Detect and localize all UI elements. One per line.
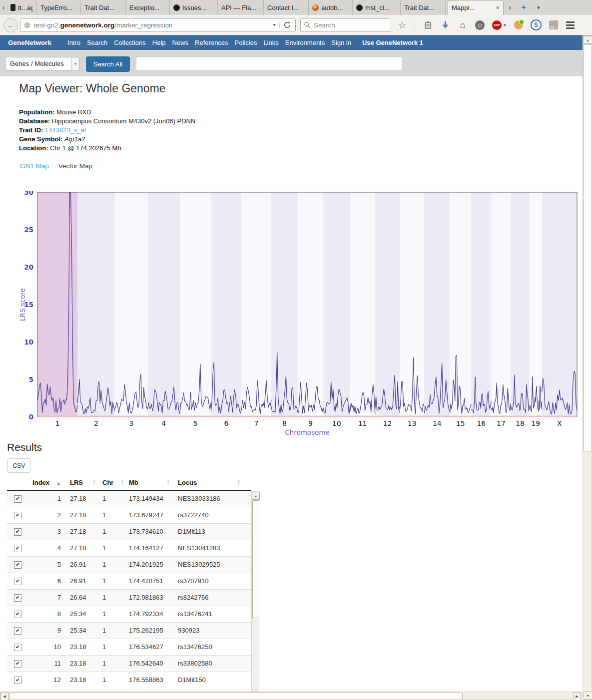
checkbox-cell[interactable]: ✔ [7, 540, 29, 556]
checkbox-cell[interactable]: ✔ [7, 573, 29, 589]
page-scroll-left-icon[interactable]: ◀ [0, 692, 8, 700]
row-checkbox[interactable]: ✔ [14, 578, 21, 585]
chat-icon[interactable]: ☺ [475, 20, 485, 30]
page-scrollbar-thumb[interactable] [584, 44, 592, 451]
row-checkbox[interactable]: ✔ [14, 528, 21, 536]
nav-item-news[interactable]: News [172, 39, 189, 46]
nav-item-policies[interactable]: Policies [235, 39, 257, 46]
nav-item-intro[interactable]: Intro [67, 39, 80, 46]
downloads-icon[interactable] [440, 20, 450, 30]
checkbox-cell[interactable]: ✔ [7, 639, 29, 655]
adblock-plus-icon[interactable]: ABP ▼ [492, 20, 507, 30]
tab-scroll-left-icon[interactable]: ‹ [0, 0, 7, 15]
browser-tab[interactable]: TypeErro... [37, 0, 81, 15]
checkbox-cell[interactable]: ✔ [7, 490, 29, 507]
trait-id-link[interactable]: 1443823_s_at [45, 126, 86, 134]
bookmarks-sidebar-icon[interactable] [423, 20, 433, 30]
browser-tab[interactable]: Trait Dat... [81, 0, 126, 15]
browser-tab[interactable]: mst_cl... [353, 0, 401, 15]
browser-tab-active[interactable]: Mappi...× [448, 0, 504, 15]
genenetwork-brand[interactable]: GeneNetwork [8, 39, 51, 46]
checkbox-cell[interactable]: ✔ [7, 622, 29, 639]
checkbox-cell[interactable]: ✔ [7, 655, 29, 672]
browser-tab[interactable]: Exceptio... [126, 0, 170, 15]
sort-icon[interactable]: ▲▼ [167, 479, 170, 485]
table-vertical-scrollbar[interactable]: ▲ [251, 491, 259, 692]
browser-search-field[interactable]: Search [300, 18, 391, 32]
row-checkbox[interactable]: ✔ [14, 644, 21, 651]
page-scroll-right-icon[interactable]: ▶ [573, 692, 581, 700]
table-scrollbar-thumb[interactable] [252, 500, 259, 618]
csv-button[interactable]: CSV [7, 458, 31, 473]
row-checkbox[interactable]: ✔ [14, 677, 21, 684]
checkbox-cell[interactable]: ✔ [7, 672, 29, 688]
checkbox-cell[interactable]: ✔ [7, 523, 29, 540]
row-checkbox[interactable]: ✔ [14, 495, 21, 503]
cell-index: 12 [29, 672, 67, 688]
sort-icon[interactable]: ▲▼ [93, 479, 96, 485]
nav-item-collections[interactable]: Collections [114, 39, 146, 46]
checkbox-cell[interactable]: ✔ [7, 589, 29, 606]
home-icon[interactable]: ⌂ [458, 20, 468, 30]
row-checkbox[interactable]: ✔ [14, 594, 21, 602]
menu-hamburger-icon[interactable] [566, 20, 576, 30]
column-header-mb[interactable]: Mb▲▼ [127, 475, 173, 490]
browser-tab[interactable]: autob... [309, 0, 353, 15]
browser-tab[interactable]: API — Fla... [218, 0, 264, 15]
row-checkbox[interactable]: ✔ [14, 611, 21, 618]
page-vertical-scrollbar[interactable]: ▲ ▼ [583, 35, 592, 700]
new-tab-button[interactable]: + [516, 0, 531, 15]
page-hscrollbar-thumb[interactable] [9, 693, 463, 700]
tab-overflow-icon[interactable]: › [504, 0, 516, 15]
nav-item-references[interactable]: References [195, 39, 228, 46]
nav-item-search[interactable]: Search [87, 39, 107, 46]
tab-vector-map[interactable]: Vector Map [53, 157, 98, 175]
checkbox-cell[interactable]: ✔ [7, 556, 29, 573]
row-checkbox[interactable]: ✔ [14, 561, 21, 569]
row-checkbox[interactable]: ✔ [14, 512, 21, 519]
table-scroll-up-icon[interactable]: ▲ [252, 492, 260, 500]
column-header-chr[interactable]: Chr▲▼ [99, 475, 127, 490]
tab-list-dropdown-icon[interactable]: ▾ [531, 0, 546, 15]
checkbox-cell[interactable]: ✔ [7, 606, 29, 622]
tab-close-icon[interactable]: × [492, 4, 500, 11]
page-scroll-down-icon[interactable]: ▼ [583, 692, 592, 700]
reload-icon[interactable] [280, 21, 293, 29]
browser-tab[interactable]: Trait Dat... [401, 0, 446, 15]
bookmark-star-icon[interactable]: ☆ [397, 20, 407, 30]
browser-tab[interactable]: Contact I... [264, 0, 309, 15]
nav-item-environments[interactable]: Environments [285, 39, 325, 46]
back-button[interactable]: ← [3, 18, 18, 32]
url-bar[interactable]: test-gn2.genenetwork.org/marker_regressi… [20, 18, 296, 32]
page-horizontal-scrollbar[interactable]: ◀ ▶ [0, 692, 582, 700]
column-header-lrs[interactable]: LRS▲▼ [67, 475, 99, 490]
select-dropdown-icon[interactable]: ▼ [71, 57, 79, 70]
sort-icon[interactable]: ▲▼ [237, 479, 240, 485]
selenium-ide-icon[interactable]: Se [549, 20, 558, 29]
browser-tab[interactable]: tt...age [7, 0, 37, 15]
row-checkbox[interactable]: ✔ [14, 545, 21, 552]
cell-mb: 174.420751 [127, 573, 173, 589]
sort-icon[interactable]: ▲▼ [121, 479, 124, 485]
nav-item-help[interactable]: Help [152, 39, 166, 46]
nav-item-sign-in[interactable]: Sign in [331, 39, 351, 46]
browser-tab[interactable]: Issues... [170, 0, 218, 15]
column-header-index[interactable]: Index▲ [29, 475, 67, 490]
sort-icon[interactable]: ▲ [56, 481, 61, 486]
nav-use-genenetwork1[interactable]: Use GeneNetwork 1 [362, 39, 423, 46]
skype-icon[interactable]: S [531, 19, 542, 30]
nav-item-links[interactable]: Links [263, 39, 278, 46]
row-checkbox[interactable]: ✔ [14, 660, 21, 668]
search-all-button[interactable]: Search All [86, 56, 130, 72]
search-terms-input[interactable] [136, 56, 402, 71]
page-scroll-up-icon[interactable]: ▲ [583, 36, 592, 44]
search-category-select[interactable]: Genes / Molecules ▼ [5, 57, 80, 70]
column-header-locus[interactable]: Locus▲▼ [173, 475, 251, 490]
tab-gn1-map[interactable]: GN1 Map [20, 162, 49, 170]
row-checkbox[interactable]: ✔ [14, 627, 21, 635]
site-identity-globe-icon[interactable] [23, 21, 31, 29]
checkbox-cell[interactable]: ✔ [7, 507, 29, 523]
adblock-dropdown-icon[interactable]: ▼ [503, 23, 507, 27]
url-dropdown-icon[interactable]: ▼ [269, 23, 280, 27]
ghostery-icon[interactable] [514, 20, 523, 29]
